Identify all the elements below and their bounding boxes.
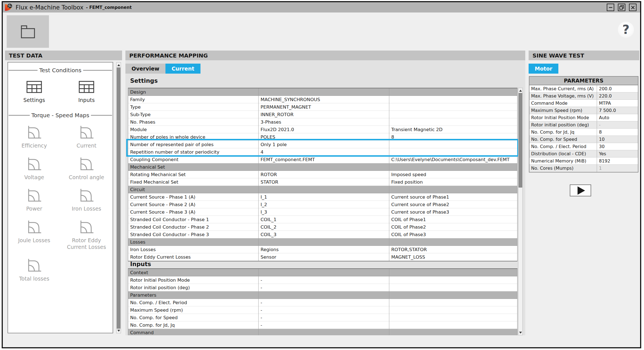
performance-scroll-thumb[interactable] (519, 93, 522, 188)
test-data-item-control-angle[interactable]: Control angle (62, 157, 111, 181)
parameter-value[interactable]: 8 (597, 129, 638, 136)
parameter-row-max-phase-current-rms-a[interactable]: Max. Phase Current, rms (A)200.0 (529, 85, 638, 92)
row-label: Sub-Type (128, 111, 258, 118)
parameter-row-no-comp-elect-period[interactable]: No. Comp. / Elect. Period30 (529, 143, 638, 150)
inputs-row-no-comp-elect-period[interactable]: No. Comp. / Elect. Period- (128, 299, 517, 306)
test-data-item-efficiency[interactable]: Efficiency (9, 125, 59, 149)
settings-row-type[interactable]: TypePERMANENT_MAGNET (128, 103, 517, 111)
row-label: Stranded Coil Conductor - Phase 1 (128, 216, 258, 223)
inputs-row-no-comp-for-jd-jq[interactable]: No. Comp. for Jd, Jq- (128, 321, 517, 329)
settings-section-mechanical-set[interactable]: Mechanical Set (128, 163, 517, 171)
test-data-item-iron-losses[interactable]: Iron Losses (62, 188, 111, 212)
parameter-row-no-comp-for-jd-jq[interactable]: No. Comp. for Jd, Jq8 (529, 129, 638, 136)
row-extra (389, 111, 517, 118)
test-data-item-joule-losses[interactable]: Joule Losses (9, 220, 59, 251)
settings-row-current-source-phase-2-a[interactable]: Current Source - Phase 2 (A)I_2Current s… (128, 201, 517, 208)
inputs-section-command[interactable]: Command (128, 329, 517, 335)
row-extra: Current source of Phase1 (389, 193, 517, 201)
settings-row-no-phases[interactable]: No. Phases3-Phases (128, 118, 517, 126)
test-data-scrollbar[interactable] (116, 62, 121, 333)
settings-row-iron-losses[interactable]: Iron LossesRegionsROTOR,STATOR (128, 246, 517, 253)
settings-row-family[interactable]: FamilyMACHINE_SYNCHRONOUS (128, 96, 517, 103)
parameter-value[interactable]: 220.0 (597, 92, 638, 99)
inputs-row-rotor-initial-position-mode[interactable]: Rotor Initial Position Mode- (128, 276, 517, 284)
test-data-item-power[interactable]: Power (9, 188, 59, 212)
row-label: Number of represented pair of poles (128, 141, 258, 148)
parameter-row-maximum-speed-rpm[interactable]: Maximum Speed (rpm)7 500.0 (529, 107, 638, 114)
scroll-down-icon[interactable] (518, 330, 522, 335)
parameter-row-rotor-initial-position-mode[interactable]: Rotor Initial Position ModeAuto (529, 114, 638, 121)
test-data-item-settings[interactable]: Settings (9, 80, 59, 104)
parameter-value[interactable]: Auto (597, 114, 638, 121)
parameter-label: Max. Phase Voltage, rms (V) (529, 92, 597, 99)
parameter-row-distribution-local-cde[interactable]: Distribution (local - CDE)Yes (529, 150, 638, 158)
test-data-item-current[interactable]: Current (62, 125, 111, 149)
inputs-row-no-comp-for-speed[interactable]: No. Comp. for Speed- (128, 314, 517, 321)
scroll-up-icon[interactable] (117, 63, 121, 67)
settings-row-rotating-mechanical-set[interactable]: Rotating Mechanical SetROTORImposed spee… (128, 171, 517, 178)
settings-row-rotor-eddy-current-losses[interactable]: Rotor Eddy Current LossesSensorMAGNET_LO… (128, 253, 517, 261)
tab-motor[interactable]: Motor (529, 64, 558, 74)
parameter-row-max-phase-voltage-rms-v[interactable]: Max. Phase Voltage, rms (V)220.0 (529, 92, 638, 100)
test-data-item-voltage[interactable]: Voltage (9, 157, 59, 181)
row-label: Coupling Component (128, 156, 258, 163)
parameter-value[interactable]: - (597, 121, 638, 128)
row-label: No. Comp. / Elect. Period (128, 299, 258, 306)
settings-row-stranded-coil-conductor-phase-1[interactable]: Stranded Coil Conductor - Phase 1COIL_1C… (128, 216, 517, 223)
test-data-item-rotor-eddy-current-losses[interactable]: Rotor Eddy Current Losses (62, 220, 111, 251)
parameter-row-rotor-initial-position-deg[interactable]: Rotor initial position (deg)- (529, 121, 638, 129)
settings-row-sub-type[interactable]: Sub-TypeINNER_ROTOR (128, 111, 517, 118)
settings-row-current-source-phase-1-a[interactable]: Current Source - Phase 1 (A)I_1Current s… (128, 193, 517, 201)
settings-row-module[interactable]: ModuleFlux2D 2021.0Transient Magnetic 2D (128, 126, 517, 133)
parameter-value[interactable]: 30 (597, 143, 638, 150)
settings-row-repetition-number-of-stator-periodicity[interactable]: Repetition number of stator periodicity4 (128, 148, 517, 156)
parameter-label: No. Cores (Mumps) (529, 165, 597, 172)
parameter-value[interactable]: 10 (597, 136, 638, 143)
tab-current[interactable]: Current (165, 64, 200, 74)
app-logo-icon (4, 3, 13, 12)
parameter-row-numerical-memory-mib[interactable]: Numerical Memory (MiB)8192 (529, 158, 638, 165)
restore-button[interactable] (618, 4, 625, 11)
parameter-value[interactable]: 8192 (597, 158, 638, 164)
parameter-value[interactable]: 1 (597, 165, 638, 172)
settings-row-coupling-component[interactable]: Coupling ComponentFEMT_component.FEMTC:\… (128, 156, 517, 163)
parameter-value[interactable]: Yes (597, 150, 638, 157)
parameter-value[interactable]: MTPA (597, 100, 638, 107)
performance-scrollbar[interactable] (518, 88, 523, 335)
settings-row-number-of-represented-pair-of-poles[interactable]: Number of represented pair of polesOnly … (128, 141, 517, 148)
minimize-button[interactable] (607, 4, 614, 11)
inputs-row-maximum-speed-rpm[interactable]: Maximum Speed (rpm)- (128, 306, 517, 314)
group-label-torque-speed-maps: Torque - Speed Maps (9, 112, 112, 119)
settings-row-fixed-mechanical-set[interactable]: Fixed Mechanical SetSTATORFixed position (128, 178, 517, 186)
scroll-up-icon[interactable] (518, 88, 522, 93)
parameter-label: No. Comp. for Speed (529, 136, 597, 143)
row-extra: Current source of Phase3 (389, 208, 517, 216)
run-test-button[interactable] (570, 184, 591, 196)
settings-section-losses[interactable]: Losses (128, 238, 517, 246)
inputs-section-context[interactable]: Context (128, 269, 517, 276)
item-label: Voltage (24, 174, 44, 181)
help-button[interactable]: ? (618, 22, 634, 38)
parameter-row-no-comp-for-speed[interactable]: No. Comp. for Speed10 (529, 136, 638, 143)
scroll-down-icon[interactable] (117, 328, 121, 333)
test-data-scroll-thumb[interactable] (117, 68, 120, 329)
parameter-value[interactable]: 7 500.0 (597, 107, 638, 114)
tab-overview[interactable]: Overview (125, 64, 165, 74)
close-button[interactable] (629, 4, 636, 11)
settings-row-stranded-coil-conductor-phase-3[interactable]: Stranded Coil Conductor - Phase 3COIL_3C… (128, 231, 517, 238)
settings-row-number-of-poles-in-whole-device[interactable]: Number of poles in whole devicePOLES8 (128, 133, 517, 141)
test-data-header: TEST DATA (5, 51, 122, 60)
parameter-value[interactable]: 200.0 (597, 85, 638, 92)
test-data-item-inputs[interactable]: Inputs (62, 80, 111, 104)
settings-row-current-source-phase-3-a[interactable]: Current Source - Phase 3 (A)I_3Current s… (128, 208, 517, 216)
open-project-button[interactable] (7, 15, 49, 48)
inputs-section-parameters[interactable]: Parameters (128, 291, 517, 299)
inputs-row-rotor-initial-position-deg[interactable]: Rotor initial position (deg)- (128, 284, 517, 291)
settings-row-stranded-coil-conductor-phase-2[interactable]: Stranded Coil Conductor - Phase 2COIL_2C… (128, 223, 517, 231)
parameter-row-no-cores-mumps[interactable]: No. Cores (Mumps)1 (529, 165, 638, 172)
inputs-table: ContextRotor Initial Position Mode-Rotor… (128, 268, 517, 335)
parameter-row-command-mode[interactable]: Command ModeMTPA (529, 100, 638, 107)
test-data-item-total-losses[interactable]: Total losses (9, 258, 59, 282)
settings-section-design[interactable]: Design (128, 88, 517, 96)
settings-section-circuit[interactable]: Circuit (128, 186, 517, 193)
